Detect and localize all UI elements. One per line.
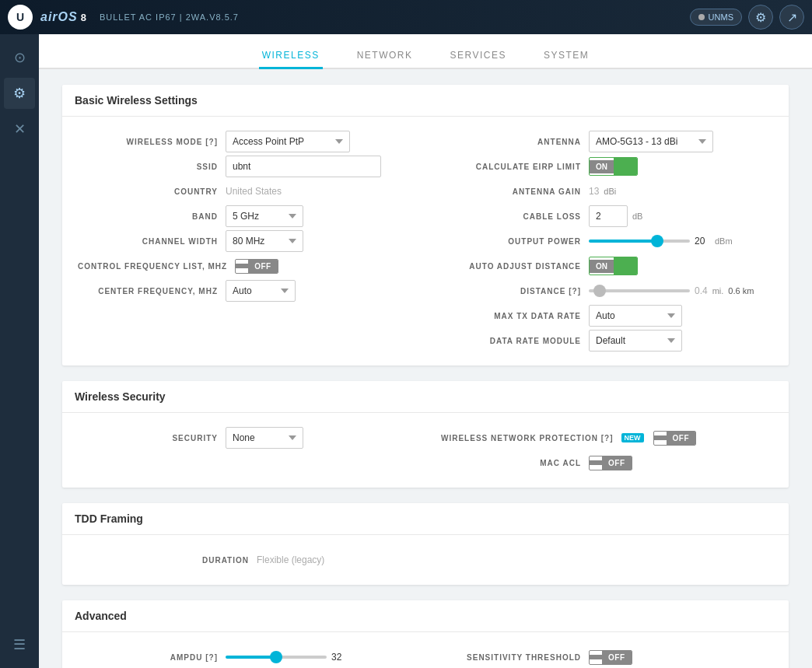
- advanced-body: AMPDU [?] 32 AMSDU [?] ON: [62, 632, 789, 668]
- calc-eirp-toggle[interactable]: ON: [589, 157, 638, 176]
- ampdu-label: AMPDU [?]: [78, 653, 218, 662]
- duration-value: Flexible (legacy): [257, 554, 773, 565]
- unms-status-dot: [698, 14, 705, 20]
- duration-label: DURATION: [78, 556, 249, 565]
- control-freq-toggle-on: [236, 264, 248, 268]
- basic-wireless-body: WIRELESS MODE [?] Access Point PtP Stati…: [62, 117, 789, 365]
- channel-width-value: 80 MHz 40 MHz 20 MHz: [226, 230, 410, 252]
- data-rate-label: DATA RATE MODULE: [441, 337, 581, 345]
- security-row: SECURITY None WPA2-AES: [78, 425, 410, 450]
- country-value: United States: [226, 186, 410, 197]
- device-info: BULLET AC IP67 | 2WA.V8.5.7: [100, 12, 239, 22]
- tab-wireless[interactable]: WIRELESS: [259, 44, 323, 69]
- ubiquiti-logo: U: [8, 5, 33, 30]
- max-tx-select[interactable]: Auto: [589, 305, 682, 327]
- cable-loss-row: CABLE LOSS dB: [441, 204, 773, 229]
- antenna-gain-num: 13: [589, 186, 599, 197]
- band-select[interactable]: 5 GHz 2.4 GHz: [226, 205, 303, 227]
- antenna-select[interactable]: AMO-5G13 - 13 dBi: [589, 131, 713, 152]
- ampdu-num: 32: [331, 652, 347, 663]
- wireless-security-title: Wireless Security: [62, 381, 789, 413]
- antenna-label: ANTENNA: [441, 138, 581, 146]
- duration-text: Flexible (legacy): [257, 554, 324, 565]
- channel-width-select[interactable]: 80 MHz 40 MHz 20 MHz: [226, 230, 303, 252]
- tab-services[interactable]: SERVICES: [447, 44, 509, 69]
- page-content: Basic Wireless Settings WIRELESS MODE [?…: [39, 69, 812, 668]
- tdd-framing-body: DURATION Flexible (legacy): [62, 535, 789, 585]
- output-power-slider[interactable]: [589, 240, 690, 243]
- output-power-num: 20: [695, 236, 710, 247]
- sidebar-item-menu[interactable]: ☰: [4, 629, 35, 660]
- calc-eirp-bar: [614, 158, 637, 175]
- control-freq-label: CONTROL FREQUENCY LIST, MHz: [78, 262, 227, 271]
- sidebar-item-dashboard[interactable]: ⊙: [4, 42, 35, 73]
- max-tx-value: Auto: [589, 305, 773, 327]
- wireless-mode-select[interactable]: Access Point PtP Station PtP Access Poin…: [226, 131, 350, 152]
- sensitivity-toggle[interactable]: OFF: [589, 650, 632, 665]
- basic-wireless-title: Basic Wireless Settings: [62, 85, 789, 117]
- distance-num: 0.4: [695, 285, 708, 296]
- security-label: SECURITY: [78, 434, 218, 442]
- channel-width-label: CHANNEL WIDTH: [78, 237, 218, 246]
- antenna-value: AMO-5G13 - 13 dBi: [589, 131, 773, 152]
- antenna-gain-value: 13 dBi: [589, 186, 773, 197]
- unms-label: UNMS: [709, 12, 733, 22]
- tab-network[interactable]: NETWORK: [354, 44, 416, 69]
- output-power-value: 20 dBm: [589, 236, 773, 247]
- cable-loss-input[interactable]: [589, 205, 628, 227]
- ssid-input[interactable]: [226, 156, 381, 177]
- security-select[interactable]: None WPA2-AES: [226, 427, 303, 449]
- ssid-value: [226, 156, 410, 177]
- control-freq-toggle-off: OFF: [248, 260, 278, 273]
- center-freq-row: CENTER FREQUENCY, MHz Auto: [78, 278, 410, 303]
- sidebar-item-tools[interactable]: ✕: [4, 114, 35, 145]
- antenna-gain-label: ANTENNA GAIN: [441, 187, 581, 196]
- auto-adjust-on: ON: [590, 260, 614, 273]
- control-freq-toggle[interactable]: OFF: [235, 259, 278, 274]
- mac-acl-toggle[interactable]: OFF: [589, 456, 632, 470]
- country-label: COUNTRY: [78, 187, 218, 196]
- advanced-left: AMPDU [?] 32 AMSDU [?] ON: [78, 645, 410, 668]
- band-label: BAND: [78, 212, 218, 221]
- nav-right: UNMS ⚙ ↗: [690, 5, 804, 30]
- ssid-label: SSID: [78, 163, 218, 171]
- antenna-gain-unit: dBi: [604, 187, 616, 196]
- top-navigation: U airOS 8 BULLET AC IP67 | 2WA.V8.5.7 UN…: [0, 0, 812, 34]
- protection-toggle[interactable]: OFF: [653, 431, 697, 446]
- duration-row: DURATION Flexible (legacy): [78, 547, 773, 572]
- max-tx-row: MAX TX DATA RATE Auto: [441, 303, 773, 328]
- auto-adjust-toggle[interactable]: ON: [589, 257, 638, 275]
- unms-badge[interactable]: UNMS: [690, 9, 742, 26]
- distance-slider[interactable]: [589, 289, 690, 292]
- data-rate-select[interactable]: Default: [589, 330, 682, 351]
- sidebar-item-settings[interactable]: ⚙: [4, 78, 35, 109]
- auto-adjust-value: ON: [589, 257, 773, 275]
- settings-icon-btn[interactable]: ⚙: [748, 5, 773, 30]
- country-text: United States: [226, 186, 282, 197]
- calc-eirp-label: CALCULATE EIRP LIMIT: [441, 163, 581, 171]
- sensitivity-value: OFF: [589, 650, 773, 665]
- new-badge: NEW: [621, 433, 644, 442]
- distance-unit: mi.: [712, 286, 724, 296]
- brand-name: airOS 8: [40, 10, 87, 24]
- protection-label: WIRELESS NETWORK PROTECTION [?]: [441, 434, 614, 442]
- calc-eirp-row: CALCULATE EIRP LIMIT ON: [441, 154, 773, 179]
- distance-km: 0.6 km: [728, 286, 754, 296]
- protection-toggle-on: [654, 435, 667, 440]
- antenna-row: ANTENNA AMO-5G13 - 13 dBi: [441, 129, 773, 154]
- center-freq-value: Auto: [226, 280, 410, 302]
- ampdu-slider[interactable]: [226, 656, 327, 659]
- cable-loss-unit: dB: [632, 212, 642, 221]
- tab-system[interactable]: SYSTEM: [541, 44, 592, 69]
- sidebar-bottom: ☰: [4, 629, 35, 668]
- auto-adjust-label: AUTO ADJUST DISTANCE: [441, 262, 581, 271]
- logout-icon-btn[interactable]: ↗: [779, 5, 804, 30]
- main-content: WIRELESS NETWORK SERVICES SYSTEM Basic W…: [39, 34, 812, 668]
- sensitivity-on: [590, 655, 602, 659]
- distance-label: DISTANCE [?]: [441, 287, 581, 296]
- wireless-mode-value: Access Point PtP Station PtP Access Poin…: [226, 131, 410, 152]
- antenna-gain-row: ANTENNA GAIN 13 dBi: [441, 179, 773, 204]
- channel-width-row: CHANNEL WIDTH 80 MHz 40 MHz 20 MHz: [78, 229, 410, 254]
- center-freq-select[interactable]: Auto: [226, 280, 296, 302]
- control-freq-value: OFF: [235, 259, 410, 274]
